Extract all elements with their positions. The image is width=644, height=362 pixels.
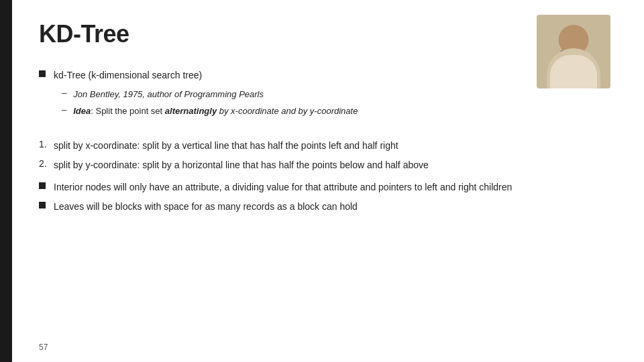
num-text-2: split by y-coordinate: split by a horizo… <box>54 158 429 172</box>
bullet-square-3 <box>39 202 46 208</box>
bullet-item-3: Leaves will be blocks with space for as … <box>39 200 610 214</box>
bullet-text-3: Leaves will be blocks with space for as … <box>54 200 358 214</box>
photo-shirt <box>550 55 597 88</box>
numbered-item-1: 1. split by x-coordinate: split by a ver… <box>39 139 610 153</box>
dash-2: – <box>62 105 66 115</box>
slide-title: KD-Tree <box>39 20 610 48</box>
suffix-text: by x-coordinate and by y-coordinate <box>217 106 358 116</box>
bullet-item-1: kd-Tree (k-dimensional search tree) <box>39 68 610 82</box>
left-bar <box>0 0 12 362</box>
idea-label: Idea <box>73 106 91 116</box>
sub-item-2: – Idea: Split the point set alternatingl… <box>62 105 610 118</box>
bullet-square-2 <box>39 182 46 189</box>
photo-body <box>547 48 600 88</box>
sub-item-1: – Jon Bentley, 1975, author of Programmi… <box>62 88 610 101</box>
sub-text-2: Idea: Split the point set alternatingly … <box>73 105 358 118</box>
divider-1 <box>39 124 610 131</box>
num-text-1: split by x-coordinate: split by a vertic… <box>54 139 398 153</box>
sub-text-1: Jon Bentley, 1975, author of Programming… <box>73 88 264 101</box>
colon-text: : Split the point set <box>91 106 165 116</box>
dash-1: – <box>62 88 66 98</box>
num-1: 1. <box>39 139 54 149</box>
numbered-item-2: 2. split by y-coordinate: split by a hor… <box>39 158 610 172</box>
numbered-section: 1. split by x-coordinate: split by a ver… <box>39 139 610 172</box>
alternatingly-text: alternatingly <box>165 106 217 116</box>
bullet-section-1: kd-Tree (k-dimensional search tree) – Jo… <box>39 68 610 117</box>
sub-items-1: – Jon Bentley, 1975, author of Programmi… <box>62 88 610 117</box>
bullet-item-2: Interior nodes will only have an attribu… <box>39 180 610 194</box>
num-2: 2. <box>39 158 54 169</box>
bullet-text-2: Interior nodes will only have an attribu… <box>54 180 512 194</box>
slide-content: KD-Tree kd-Tree (k-dimensional search tr… <box>12 0 644 362</box>
slide-number: 57 <box>39 343 48 352</box>
bullet-text-1: kd-Tree (k-dimensional search tree) <box>54 68 202 82</box>
person-photo <box>537 15 610 88</box>
bullet-square-1 <box>39 70 46 77</box>
